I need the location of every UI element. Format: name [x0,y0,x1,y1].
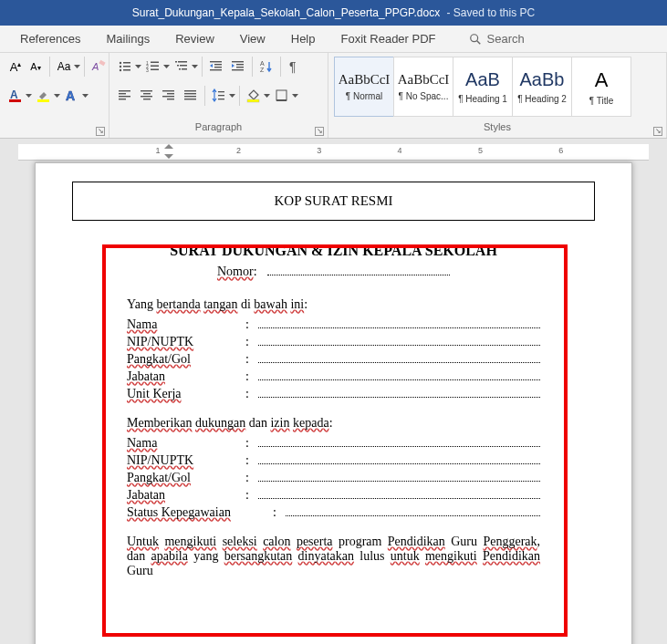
align-left-button[interactable] [115,86,135,106]
letter-body[interactable]: SURAT DUKUNGAN & IZIN KEPALA SEKOLAH Nom… [72,243,595,578]
svg-rect-45 [162,90,174,91]
shading-button[interactable] [244,86,264,106]
group-styles-label: Styles↘ [328,121,666,138]
show-marks-button[interactable]: ¶ [285,57,305,77]
paragraph-dialog-launcher[interactable]: ↘ [315,127,324,136]
line-spacing-button[interactable] [209,86,229,106]
justify-button[interactable] [181,86,201,106]
intro-signer: Yang bertanda tangan di bawah ini: [127,297,540,312]
change-case-dropdown[interactable] [74,57,80,77]
file-name: Surat_Dukungan_Kepala_Sekolah_Calon_Pese… [132,6,440,19]
svg-rect-33 [232,69,244,70]
style-normal[interactable]: AaBbCcI ¶ Normal [334,57,394,117]
svg-rect-51 [184,96,196,97]
group-styles: AaBbCcI ¶ Normal AaBbCcI ¶ No Spac... Aa… [328,53,667,138]
svg-rect-42 [143,93,151,94]
tab-review[interactable]: Review [164,26,225,51]
svg-text:A: A [260,60,265,67]
numbering-dropdown[interactable] [163,57,170,77]
horizontal-ruler[interactable]: 1 2 3 4 5 6 [18,144,649,161]
align-center-icon [140,88,154,103]
tab-mailings[interactable]: Mailings [95,26,161,51]
svg-point-12 [120,69,121,71]
style-no-spacing[interactable]: AaBbCcI ¶ No Spac... [393,57,453,117]
form-row: Nama: [127,436,540,451]
svg-rect-40 [119,99,126,99]
svg-rect-41 [141,90,152,91]
form-row: NIP/NUPTK: [127,453,540,468]
svg-point-0 [470,34,477,41]
justify-icon [183,88,198,103]
multilevel-list-dropdown[interactable] [192,57,198,77]
style-gallery[interactable]: AaBbCcI ¶ Normal AaBbCcI ¶ No Spac... Aa… [334,57,631,117]
style-title[interactable]: A ¶ Title [571,57,631,117]
highlight-button[interactable] [34,86,54,106]
svg-rect-5 [9,99,21,102]
align-right-button[interactable] [159,86,179,106]
style-heading1[interactable]: AaB ¶ Heading 1 [453,57,513,117]
font-color-dropdown[interactable] [26,86,32,106]
ribbon-tabs: References Mailings Review View Help Fox… [0,26,667,53]
svg-line-1 [476,40,480,44]
svg-rect-43 [141,96,152,97]
style-heading2[interactable]: AaBb ¶ Heading 2 [512,57,572,117]
tell-me-search[interactable]: Search [469,32,525,46]
svg-text:¶: ¶ [289,59,297,74]
bullets-dropdown[interactable] [135,57,141,77]
text-effects-dropdown[interactable] [82,86,89,106]
svg-rect-25 [182,68,187,70]
page[interactable]: KOP SURAT RESMI SURAT DUKUNGAN & IZIN KE… [35,162,632,644]
styles-dialog-launcher[interactable]: ↘ [653,127,662,136]
font-dialog-launcher[interactable]: ↘ [96,127,105,136]
form-row: Unit Kerja: [127,387,540,401]
increase-indent-button[interactable] [228,57,248,77]
tab-view[interactable]: View [229,26,276,51]
clear-formatting-button[interactable]: A [89,57,109,77]
highlighter-icon [36,88,51,103]
search-label: Search [487,32,525,46]
decrease-indent-button[interactable] [206,57,226,77]
shrink-font-button[interactable]: A▾ [26,57,46,77]
numbering-icon: 123 [146,59,161,74]
svg-rect-15 [151,62,159,64]
sort-button[interactable]: AZ [256,57,276,77]
tab-help[interactable]: Help [280,26,327,51]
numbering-button[interactable]: 123 [143,57,163,77]
change-case-button[interactable]: Aa [54,57,74,77]
ribbon: A▴ A▾ Aa A A [0,53,667,139]
nomor-row: Nomor: [127,265,540,279]
svg-rect-26 [210,61,222,62]
document-area[interactable]: 1 2 3 4 5 6 KOP SURAT RESMI SURAT DUKUNG… [0,139,667,644]
svg-rect-31 [236,64,244,65]
title-bar: Surat_Dukungan_Kepala_Sekolah_Calon_Pese… [0,0,667,26]
shading-dropdown[interactable] [264,86,270,106]
group-font: A▴ A▾ Aa A A [0,53,109,138]
form-row: Pangkat/Gol: [127,352,540,367]
align-right-icon [162,88,176,103]
svg-text:Z: Z [260,67,265,73]
line-spacing-dropdown[interactable] [229,86,235,106]
svg-rect-48 [167,99,174,99]
indent-marker[interactable] [164,144,173,161]
text-effects-button[interactable]: A [62,86,82,106]
svg-point-10 [120,66,121,68]
svg-rect-6 [37,99,49,102]
tab-references[interactable]: References [9,26,91,51]
multilevel-list-button[interactable] [172,57,192,77]
highlight-dropdown[interactable] [54,86,60,106]
svg-rect-23 [180,65,187,67]
svg-rect-55 [218,99,224,99]
align-center-button[interactable] [137,86,157,106]
borders-button[interactable] [272,86,292,106]
borders-icon [275,88,289,103]
svg-rect-13 [123,69,130,71]
svg-rect-19 [151,69,159,71]
borders-dropdown[interactable] [292,86,298,106]
bullets-button[interactable] [115,57,135,77]
svg-rect-21 [178,61,187,63]
paint-bucket-icon [246,88,261,103]
svg-rect-39 [119,96,130,97]
grow-font-button[interactable]: A▴ [5,57,26,77]
font-color-button[interactable]: A [5,86,26,106]
tab-foxit[interactable]: Foxit Reader PDF [330,26,447,51]
